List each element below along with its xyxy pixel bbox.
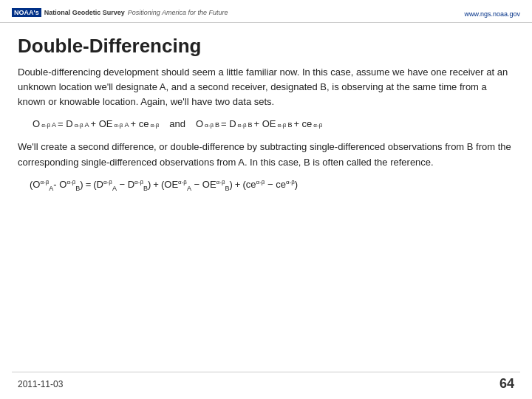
noaa-label: NOAA's <box>12 8 41 17</box>
ngs-label: National Geodetic Survey <box>44 9 125 16</box>
page-title: Double-Differencing <box>18 35 514 58</box>
formula-A: Oα-βA = Dα-βA + OEα-βA + ceα-β <box>33 118 159 129</box>
page-header: NOAA's National Geodetic Survey Position… <box>0 0 532 22</box>
formula-plus2: + <box>235 179 241 190</box>
double-diff-formula: (Oα-βA- Oα-βB) = (Dα-βA − Dα-βB) + (OEα-… <box>30 179 514 190</box>
page-footer: 2011-11-03 64 <box>18 376 514 392</box>
tagline-label: Positioning America for the Future <box>128 9 228 16</box>
logo-area: NOAA's National Geodetic Survey Position… <box>12 8 228 17</box>
formula-lhs: (Oα-βA- Oα-βB) <box>30 179 83 190</box>
paragraph-1: Double-differencing development should s… <box>18 65 514 109</box>
formula-plus1: + <box>153 179 159 190</box>
formula-row-2: (Oα-βA- Oα-βB) = (Dα-βA − Dα-βB) + (OEα-… <box>30 179 514 190</box>
formula-B: Oα-βB = Dα-βB + OEα-βB + ceα-β <box>196 118 322 129</box>
formula-ce-part: (ceα-β − ceα-β) <box>242 179 298 190</box>
and-label: and <box>169 118 185 129</box>
formula-d-part: (Dα-βA − Dα-βB) <box>93 179 151 190</box>
formula-oe-part: (OEα-βA − OEα-βB) <box>161 179 233 190</box>
paragraph-2: We'll create a second difference, or dou… <box>18 140 514 169</box>
main-content: Double-Differencing Double-differencing … <box>0 26 532 206</box>
footer-page-number: 64 <box>499 376 514 392</box>
footer-date: 2011-11-03 <box>18 379 63 389</box>
website-label: www.ngs.noaa.gov <box>464 6 520 19</box>
formula-row-1: Oα-βA = Dα-βA + OEα-βA + ceα-β and Oα-βB… <box>33 118 514 129</box>
formula-equals: = <box>86 179 92 190</box>
